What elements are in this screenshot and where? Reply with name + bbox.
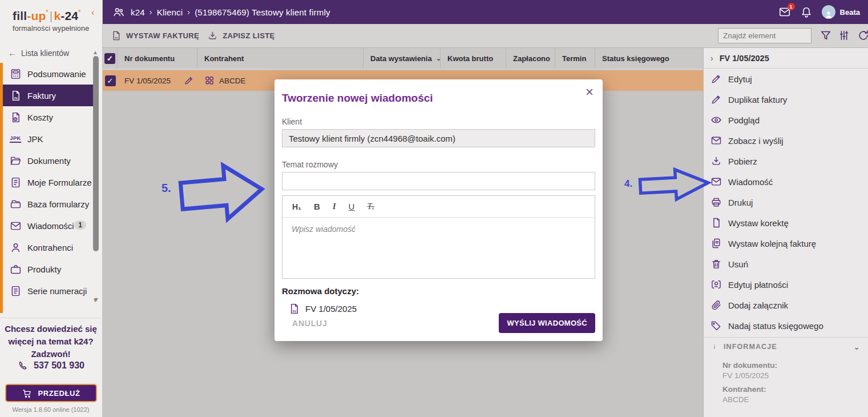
back-to-clients-link[interactable]: ← Lista klientów [8,48,69,58]
phone-icon [17,360,29,371]
table-header: ✓ Nr dokumentu Kontrahent Data wystawien… [103,48,703,70]
column-header-kontrahent[interactable]: Kontrahent [197,48,364,69]
close-icon[interactable]: × [586,85,594,99]
client-label: Klient [282,117,595,126]
sidebar-item-baza-formularzy[interactable]: Baza formularzy [0,193,93,215]
action-nadaj-status-ksiegowego[interactable]: Nadaj status księgowego [704,315,868,336]
envelope-icon [710,135,722,146]
detail-panel-header[interactable]: › FV 1/05/2025 [704,48,868,69]
action-zobacz-i-wyslij[interactable]: Zobacz i wyślij [704,130,868,151]
avatar[interactable] [822,5,835,19]
costs-icon: 3 [9,111,22,123]
action-dodaj-zalacznik[interactable]: Dodaj załącznik [704,295,868,315]
column-header-data-wystawienia[interactable]: Data wystawienia⌄ [364,48,441,69]
svg-text:FV: FV [115,37,118,39]
download-icon [710,155,722,167]
action-wystaw-kolejna-fakture[interactable]: Wystaw kolejną fakturę [704,233,868,254]
action-podglad[interactable]: Podgląd [704,110,868,130]
eye-icon [710,114,722,126]
italic-button[interactable]: I [333,202,336,211]
info-icon [710,342,718,351]
bell-icon[interactable] [800,6,813,18]
user-name[interactable]: Beata [840,8,860,17]
clients-group-icon [112,6,125,18]
payments-icon [710,279,722,290]
send-message-button[interactable]: WYŚLIJ WIADOMOŚĆ [499,313,595,333]
issue-invoice-button[interactable]: FV WYSTAW FAKTURĘ [111,30,199,41]
subject-field[interactable] [282,172,595,190]
sidebar-item-faktury[interactable]: FV Faktury [0,85,93,106]
sidebar-accent-strip [0,63,3,313]
column-header-zaplacono[interactable]: Zapłacono [506,48,555,69]
filter-funnel-icon[interactable] [819,29,832,42]
files-icon [710,238,722,249]
action-usun[interactable]: Usuń [704,254,868,274]
svg-text:FV: FV [293,310,297,313]
sidebar-item-moje-formularze[interactable]: Moje Formularze [0,171,93,193]
sidebar-collapse-icon[interactable]: ‹ [91,7,95,18]
message-body-input[interactable] [282,218,595,278]
action-wystaw-korekte[interactable]: Wystaw korektę [704,212,868,233]
chevron-right-icon: › [710,54,713,63]
breadcrumb-separator: › [150,7,152,17]
mail-icon[interactable]: 1 [778,6,791,18]
info-kontrahent: Kontrahent: ABCDE [704,385,868,404]
heading-format-button[interactable]: H₁ [292,202,301,211]
svg-text:FV: FV [14,97,18,99]
column-header-termin[interactable]: Termin [555,48,595,69]
column-header-nr-dokumentu[interactable]: Nr dokumentu [118,48,197,69]
edit-pencil-icon[interactable] [184,75,194,86]
action-edytuj-platnosci[interactable]: Edytuj płatności [704,274,868,295]
extend-button[interactable]: PRZEDŁUŻ [5,384,97,402]
sidebar-item-label: Dokumenty [27,156,71,166]
informacje-section-header[interactable]: INFORMACJE ⌄ [704,338,868,356]
sidebar-item-jpk[interactable]: JPK JPK [0,128,93,150]
top-bar: k24 › Klienci › (5198675469) Testowy kli… [103,0,868,24]
sidebar-scrollbar[interactable] [93,56,99,251]
sidebar-item-produkty[interactable]: Produkty [0,258,93,280]
clear-format-button[interactable]: Tₓ [367,202,374,211]
breadcrumb-item[interactable]: Klienci [157,7,183,17]
row-checkbox[interactable]: ✓ [105,75,116,86]
select-all-checkbox[interactable]: ✓ [104,53,115,64]
refresh-icon[interactable] [857,29,868,42]
save-list-button[interactable]: ZAPISZ LISTĘ [207,30,274,41]
column-header-status-ksiegowego[interactable]: Status księgowego [595,48,703,69]
search-input[interactable] [718,28,812,43]
envelope-icon [710,176,722,187]
cancel-button[interactable]: ANULUJ [282,314,338,332]
sidebar-item-wiadomosci[interactable]: Wiadomości 1 [0,215,93,236]
bold-button[interactable]: B [314,202,320,211]
sidebar-item-label: Koszty [27,113,53,122]
annotation-number-4: 4. [624,178,632,190]
action-edytuj[interactable]: Edytuj [704,69,868,89]
folder-stack-icon [9,198,22,210]
action-wiadomosc[interactable]: Wiadomość [704,171,868,192]
action-drukuj[interactable]: Drukuj [704,192,868,212]
sidebar-item-serie-numeracji[interactable]: Serie numeracji [0,280,93,302]
tag-icon [710,320,722,331]
sidebar-menu: Podsumowanie FV Faktury 3 Koszty JPK JPK… [0,63,93,302]
sidebar-item-kontrahenci[interactable]: Kontrahenci [0,236,93,258]
sidebar-item-dokumenty[interactable]: Dokumenty [0,150,93,171]
column-settings-icon[interactable] [838,29,850,42]
action-pobierz[interactable]: Pobierz [704,151,868,171]
form-icon [9,176,22,189]
underline-button[interactable]: U [349,202,355,211]
scroll-up-icon[interactable]: ▲ [92,49,98,55]
action-duplikat-faktury[interactable]: Duplikat faktury [704,89,868,110]
sidebar-item-podsumowanie[interactable]: Podsumowanie [0,63,93,85]
client-field[interactable] [282,129,595,147]
breadcrumb-item[interactable]: k24 [131,7,145,17]
column-header-kwota-brutto[interactable]: Kwota brutto [441,48,506,69]
paperclip-icon [710,299,722,311]
invoice-icon: FV [9,89,22,102]
grid-apps-icon[interactable] [204,75,215,86]
breadcrumb: k24 › Klienci › (5198675469) Testowy kli… [131,7,330,17]
scroll-down-icon[interactable]: ▼ [92,297,98,303]
phone-contact: 537 501 930 [0,360,102,371]
version-label: Wersja 1.8.60 online (1022) [0,406,102,413]
printer-icon [710,197,722,208]
sidebar-item-koszty[interactable]: 3 Koszty [0,106,93,128]
detail-panel-title: FV 1/05/2025 [720,54,769,63]
